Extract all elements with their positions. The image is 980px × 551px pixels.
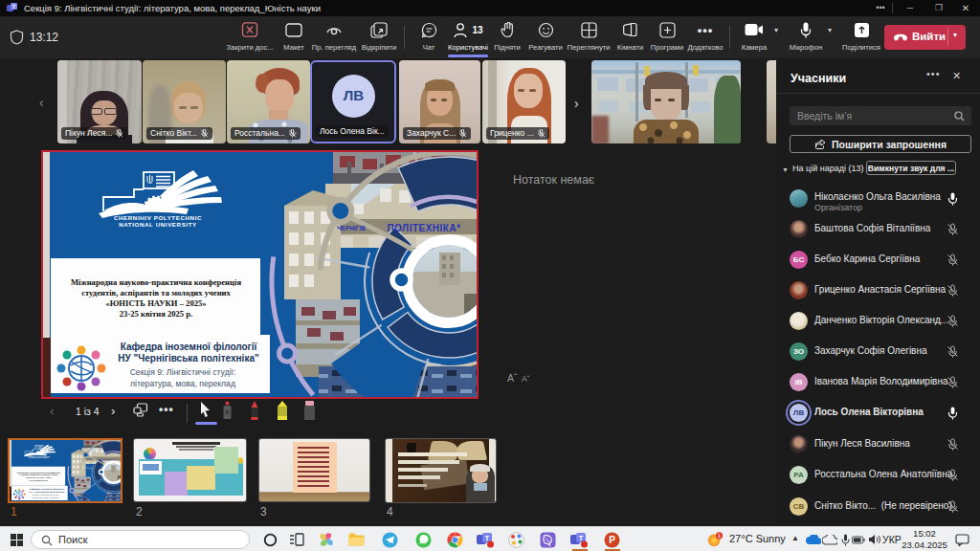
svg-text:NATIONAL UNIVERSITY: NATIONAL UNIVERSITY xyxy=(119,221,197,228)
svg-text:НУ "Чернігівська політехніка": НУ "Чернігівська політехніка" xyxy=(118,353,259,364)
svg-text:ЧЕРНІГІВ: ЧЕРНІГІВ xyxy=(337,225,366,231)
svg-text:23-25 квітня 2025 р.: 23-25 квітня 2025 р. xyxy=(120,309,192,319)
svg-text:T: T xyxy=(579,534,584,542)
svg-text:«ЮНІСТЬ НАУКИ – 2025»: «ЮНІСТЬ НАУКИ – 2025» xyxy=(105,298,206,308)
svg-text:P: P xyxy=(609,535,615,545)
svg-text:T: T xyxy=(485,534,490,542)
svg-text:студентів, аспірантів та молод: студентів, аспірантів та молодих учених xyxy=(81,288,231,298)
svg-text:література, мова, переклад: література, мова, переклад xyxy=(130,379,235,388)
svg-text:Кафедра іноземної філології: Кафедра іноземної філології xyxy=(121,342,257,352)
svg-text:ПОЛІТЕХНІКА*: ПОЛІТЕХНІКА* xyxy=(387,223,460,233)
svg-text:CHERNIHIV POLYTECHNIC: CHERNIHIV POLYTECHNIC xyxy=(114,214,202,221)
svg-text:Міжнародна науково-практична к: Міжнародна науково-практична конференція xyxy=(71,277,241,287)
svg-text:1: 1 xyxy=(718,533,721,539)
svg-text:Секція 9: Лінгвістичні студії:: Секція 9: Лінгвістичні студії: xyxy=(130,367,236,377)
